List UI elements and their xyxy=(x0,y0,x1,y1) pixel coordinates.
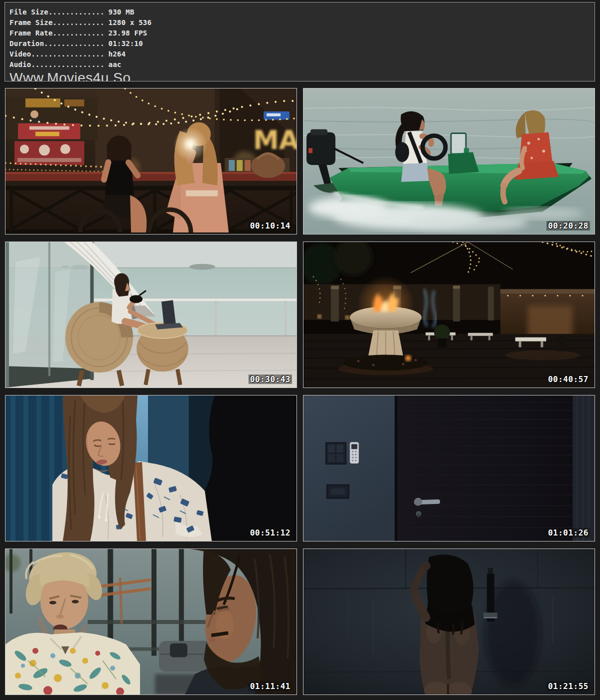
timestamp-badge: 01:21:55 xyxy=(546,682,590,691)
info-line-frame-size: Frame Size............1280 x 536 xyxy=(10,18,590,28)
info-line-frame-rate: Frame Rate............23.98 FPS xyxy=(10,28,590,38)
two-men-image xyxy=(6,549,296,694)
timestamp-badge: 00:10:14 xyxy=(248,221,292,230)
watermark-text: Www.Movies4u.So xyxy=(10,70,590,82)
info-value: 930 MB xyxy=(104,8,134,16)
timestamp-badge: 01:01:26 xyxy=(546,528,590,538)
screenshot-courtyard-fire: 00:40:57 xyxy=(303,242,595,388)
timestamp-badge: 00:20:28 xyxy=(546,221,590,230)
info-line-audio: Audio.................aac xyxy=(10,60,590,70)
timestamp-badge: 00:30:43 xyxy=(248,374,292,384)
screenshot-shower: 01:21:55 xyxy=(303,548,595,695)
svg-text:MA: MA xyxy=(253,125,296,155)
info-value: aac xyxy=(104,60,122,68)
info-dots: .............. xyxy=(44,40,104,48)
info-line-duration: Duration..............01:32:10 xyxy=(10,38,590,49)
speedboat-image xyxy=(304,88,594,234)
info-dots: ............. xyxy=(48,8,104,16)
dark-door-image xyxy=(304,396,594,541)
info-value: h264 xyxy=(104,50,126,58)
info-label: File Size xyxy=(10,8,48,16)
info-value: 01:32:10 xyxy=(104,40,143,48)
info-dots: ............ xyxy=(52,18,104,26)
screenshot-woman-blouse: 00:51:12 xyxy=(5,395,297,542)
info-label: Frame Rate xyxy=(10,29,52,37)
info-label: Video xyxy=(10,50,31,58)
courtyard-image xyxy=(304,242,594,388)
screenshot-sheet: File Size.............930 MB Frame Size.… xyxy=(0,0,600,700)
info-label: Audio xyxy=(10,60,31,68)
info-dots: ................. xyxy=(31,60,104,68)
info-line-video: Video.................h264 xyxy=(10,49,590,60)
info-label: Duration xyxy=(10,40,44,48)
info-line-file-size: File Size.............930 MB xyxy=(10,7,590,18)
balcony-image xyxy=(6,242,296,388)
screenshot-two-men: 01:11:41 xyxy=(5,548,297,695)
info-value: 23.98 FPS xyxy=(104,29,148,37)
info-dots: ............ xyxy=(52,29,104,37)
shower-image xyxy=(304,549,594,694)
screenshot-balcony: 00:30:43 xyxy=(5,242,297,388)
timestamp-badge: 01:11:41 xyxy=(248,682,292,691)
screenshot-night-market: MA xyxy=(5,88,297,234)
info-value: 1280 x 536 xyxy=(104,18,152,26)
screenshot-speedboat: 00:20:28 xyxy=(303,88,595,234)
night-market-image: MA xyxy=(6,88,296,234)
timestamp-badge: 00:51:12 xyxy=(248,528,292,538)
info-dots: ................. xyxy=(31,50,104,58)
media-info-panel: File Size.............930 MB Frame Size.… xyxy=(4,2,595,82)
screenshot-dark-door: 01:01:26 xyxy=(303,395,595,542)
timestamp-badge: 00:40:57 xyxy=(546,374,590,384)
woman-blouse-image xyxy=(6,396,296,541)
info-label: Frame Size xyxy=(10,18,52,26)
